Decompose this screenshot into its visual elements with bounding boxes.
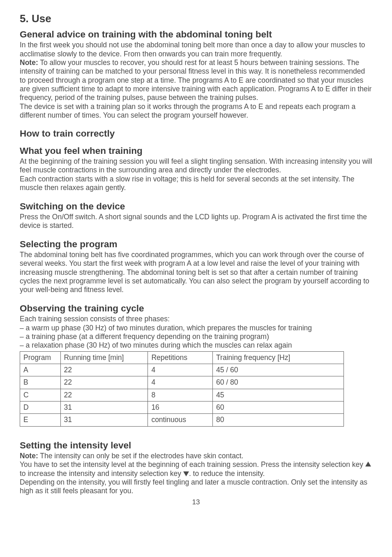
note-label: Note: xyxy=(20,452,38,460)
table-row: D 31 16 60 xyxy=(20,401,344,413)
table-cell: 60 / 80 xyxy=(213,376,344,389)
table-header-row: Program Running time [min] Repetitions T… xyxy=(20,351,344,364)
table-cell: 60 xyxy=(213,401,344,413)
heading-setting-intensity: Setting the intensity level xyxy=(20,440,372,451)
list-item: – a relaxation phase (30 Hz) of two minu… xyxy=(20,341,372,350)
table-row: C 22 8 45 xyxy=(20,389,344,401)
section-how-to-train: How to train correctly xyxy=(20,128,372,139)
section-observing-cycle: Observing the training cycle Each traini… xyxy=(20,303,372,427)
section-number-heading: 5. Use xyxy=(20,12,372,26)
table-cell: 16 xyxy=(148,401,213,413)
triangle-down-icon xyxy=(183,471,189,476)
body-text: Press the On/Off switch. A short signal … xyxy=(20,213,372,230)
table-cell: 31 xyxy=(60,401,148,413)
body-text: The device is set with a training plan s… xyxy=(20,102,372,120)
table-cell: C xyxy=(20,389,61,401)
heading-switching-on: Switching on the device xyxy=(20,201,372,212)
body-text: To allow your muscles to recover, you sh… xyxy=(20,58,371,102)
body-text: Note: The intensity can only be set if t… xyxy=(20,452,372,460)
table-row: E 31 continuous 80 xyxy=(20,414,344,426)
heading-what-you-feel: What you feel when training xyxy=(20,145,372,156)
table-cell: 80 xyxy=(213,414,344,426)
body-text: You have to set the intensity level at t… xyxy=(20,460,372,478)
body-text: In the first week you should not use the… xyxy=(20,41,372,58)
table-header: Running time [min] xyxy=(60,351,148,364)
section-switching-on: Switching on the device Press the On/Off… xyxy=(20,201,372,230)
heading-general-advice: General advice on training with the abdo… xyxy=(20,29,372,40)
table-cell: continuous xyxy=(148,414,213,426)
body-text: Note: To allow your muscles to recover, … xyxy=(20,58,372,102)
table-row: B 22 4 60 / 80 xyxy=(20,376,344,389)
triangle-up-icon xyxy=(365,462,371,466)
section-what-you-feel: What you feel when training At the begin… xyxy=(20,145,372,193)
body-text: You have to set the intensity level at t… xyxy=(20,460,365,469)
body-text: At the beginning of the training session… xyxy=(20,157,372,175)
table-cell: E xyxy=(20,414,61,426)
table-row: A 22 4 45 / 60 xyxy=(20,364,344,376)
table-cell: 4 xyxy=(148,364,213,376)
table-cell: 22 xyxy=(60,389,148,401)
table-cell: 8 xyxy=(148,389,213,401)
program-table: Program Running time [min] Repetitions T… xyxy=(20,351,344,427)
note-label: Note: xyxy=(20,58,38,67)
section-general-advice: General advice on training with the abdo… xyxy=(20,29,372,120)
section-selecting-program: Selecting the program The abdominal toni… xyxy=(20,239,372,295)
body-text: Each contraction starts with a slow rise… xyxy=(20,175,372,193)
table-cell: 22 xyxy=(60,376,148,389)
body-text: . to reduce the intensity. xyxy=(189,469,265,478)
table-header: Program xyxy=(20,351,61,364)
section-setting-intensity: Setting the intensity level Note: The in… xyxy=(20,440,372,496)
table-cell: 45 xyxy=(213,389,344,401)
table-cell: A xyxy=(20,364,61,376)
body-text: Each training session consists of three … xyxy=(20,315,372,323)
table-cell: 4 xyxy=(148,376,213,389)
table-cell: 22 xyxy=(60,364,148,376)
table-header: Training frequency [Hz] xyxy=(213,351,344,364)
table-cell: D xyxy=(20,401,61,413)
heading-observing-cycle: Observing the training cycle xyxy=(20,303,372,314)
list-item: – a warm up phase (30 Hz) of two minutes… xyxy=(20,324,372,332)
table-header: Repetitions xyxy=(148,351,213,364)
body-text: The abdominal toning belt has five coord… xyxy=(20,251,372,295)
body-text: to increase the intensity and intensity … xyxy=(20,469,183,478)
table-cell: 31 xyxy=(60,414,148,426)
page-number: 13 xyxy=(20,498,372,507)
body-text: Depending on the intensity, you will fir… xyxy=(20,478,372,496)
heading-selecting-program: Selecting the program xyxy=(20,239,372,250)
list-item: – a training phase (at a different frequ… xyxy=(20,332,372,341)
body-text: The intensity can only be set if the ele… xyxy=(38,452,244,460)
heading-how-to-train: How to train correctly xyxy=(20,128,372,139)
table-cell: B xyxy=(20,376,61,389)
table-cell: 45 / 60 xyxy=(213,364,344,376)
